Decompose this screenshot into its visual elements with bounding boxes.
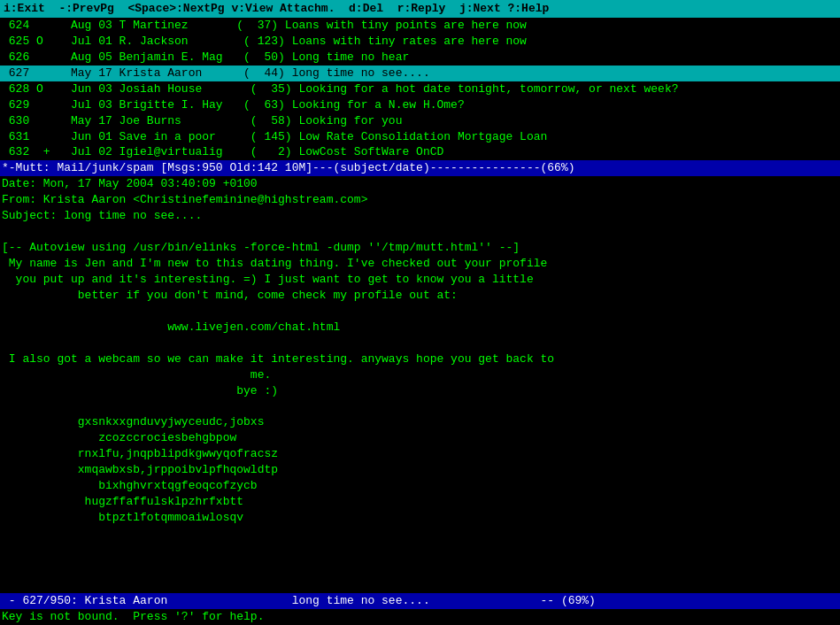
email-body-line16: hugzffaffulsklpzhrfxbtt [0, 494, 840, 510]
email-body-line11: gxsnkxxgnduvyjwyceudc,jobxs [0, 414, 840, 430]
email-from: From: Krista Aaron <Christinefeminine@hi… [0, 192, 840, 208]
email-blank [0, 224, 840, 240]
email-row-627[interactable]: 627 May 17 Krista Aaron ( 44) long time … [0, 66, 840, 81]
email-body-line12: zcozccrociesbehgbpow [0, 430, 840, 446]
email-body-line9: bye :) [0, 383, 840, 399]
terminal: i:Exit -:PrevPg <Space>:NextPg v:View At… [0, 0, 840, 625]
email-body-line17: btpztlfotqmmoaiwlosqv [0, 510, 840, 526]
email-row-624[interactable]: 624 Aug 03 T Martinez ( 37) Loans with t… [0, 18, 840, 34]
email-list: 624 Aug 03 T Martinez ( 37) Loans with t… [0, 18, 840, 160]
email-body-line7: I also got a webcam so we can make it in… [0, 351, 840, 367]
email-body-line14: xmqawbxsb,jrppoibvlpfhqowldtp [0, 462, 840, 478]
email-body-line15: bixhghvrxtqgfeoqcofzycb [0, 478, 840, 494]
email-body-line3: better if you don't mind, come check my … [0, 288, 840, 304]
bottom-help: Key is not bound. Press '?' for help. [0, 609, 840, 625]
email-row-628[interactable]: 628 O Jun 03 Josiah House ( 35) Looking … [0, 81, 840, 97]
email-date: Date: Mon, 17 May 2004 03:40:09 +0100 [0, 176, 840, 192]
email-row-629[interactable]: 629 Jul 03 Brigitte I. Hay ( 63) Looking… [0, 97, 840, 113]
email-body-line13: rnxlfu,jnqpblipdkgwwyqofracsz [0, 446, 840, 462]
email-body-line8: me. [0, 367, 840, 383]
email-body-line5: www.livejen.com/chat.html [0, 320, 840, 336]
email-body-line4 [0, 304, 840, 320]
email-row-626[interactable]: 626 Aug 05 Benjamin E. Mag ( 50) Long ti… [0, 50, 840, 66]
mutt-status-bar: *-Mutt: Mail/junk/spam [Msgs:950 Old:142… [0, 160, 840, 176]
email-body-line2: you put up and it's interesting. =) I ju… [0, 272, 840, 288]
email-subject: Subject: long time no see.... [0, 208, 840, 224]
top-bar: i:Exit -:PrevPg <Space>:NextPg v:View At… [0, 0, 840, 18]
email-row-630[interactable]: 630 May 17 Joe Burns ( 58) Looking for y… [0, 113, 840, 129]
email-body-line6 [0, 336, 840, 351]
email-row-632[interactable]: 632 + Jul 02 Igiel@virtualig ( 2) LowCos… [0, 144, 840, 160]
email-body-line1: My name is Jen and I'm new to this datin… [0, 256, 840, 272]
email-row-631[interactable]: 631 Jun 01 Save in a poor ( 145) Low Rat… [0, 129, 840, 145]
autoview-line: [-- Autoview using /usr/bin/elinks -forc… [0, 240, 840, 256]
email-body-line10 [0, 398, 840, 414]
email-row-625[interactable]: 625 O Jul 01 R. Jackson ( 123) Loans wit… [0, 34, 840, 50]
bottom-status-bar: - 627/950: Krista Aaron long time no see… [0, 593, 840, 609]
